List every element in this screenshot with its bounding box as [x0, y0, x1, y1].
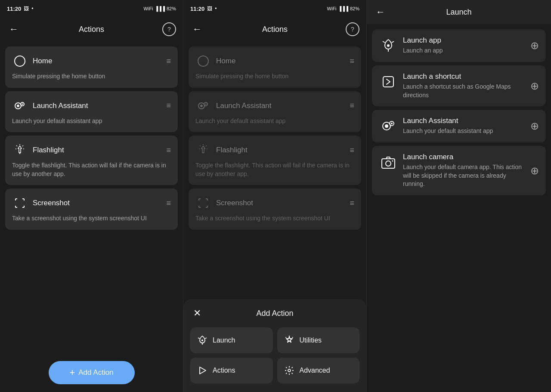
svg-point-50: [391, 123, 393, 124]
category-advanced[interactable]: Advanced: [277, 358, 360, 383]
launch-assistant-text: Launch Assistant Launch your default ass…: [403, 117, 525, 136]
status-left-1: 11:20 🖼 •: [7, 6, 33, 12]
svg-line-7: [22, 145, 23, 146]
launch-shortcut-text: Launch a shortcut Launch a shortcut such…: [403, 72, 525, 99]
launch-panel-title: Launch: [446, 8, 471, 17]
drag-assistant-1: ≡: [166, 101, 171, 110]
action-card-screenshot-2: Screenshot ≡ Take a screenshot using the…: [189, 188, 361, 230]
action-card-screenshot-1[interactable]: Screenshot ≡ Take a screenshot using the…: [5, 188, 178, 230]
launch-app-title: Launch app: [403, 36, 525, 45]
svg-point-53: [392, 161, 393, 162]
launch-item-assistant[interactable]: Launch Assistant Launch your default ass…: [372, 110, 546, 142]
flashlight-icon-1: [12, 142, 28, 158]
launch-item-shortcut[interactable]: Launch a shortcut Launch a shortcut such…: [372, 65, 546, 106]
wifi-icon-1: WiFi: [144, 6, 153, 11]
app-header-2: ← Actions ?: [183, 17, 366, 41]
drag-screenshot-1: ≡: [166, 199, 171, 208]
launch-camera-desc: Launch your default camera app. This act…: [403, 163, 525, 188]
launch-item-app[interactable]: Launch app Launch an app ⊕: [372, 29, 546, 62]
panel-3: 11:20 🖼 • WiFi ▐▐▐ 82% ← Actions ? Home …: [367, 0, 551, 392]
launch-panel-header: ← Launch: [367, 0, 551, 24]
category-utilities[interactable]: Utilities: [277, 327, 360, 353]
action-card-home-1[interactable]: Home ≡ Simulate pressing the home button: [5, 46, 178, 88]
launch-assistant-add-button[interactable]: ⊕: [530, 120, 539, 132]
category-actions[interactable]: Actions: [190, 358, 273, 383]
svg-point-48: [385, 124, 388, 128]
launch-item-camera[interactable]: Launch camera Launch your default camera…: [372, 146, 546, 195]
header-title-2: Actions: [262, 25, 288, 34]
action-title-flashlight-2: Flashlight: [216, 146, 344, 154]
panel-2: 11:20 🖼 • WiFi ▐▐▐ 82% ← Actions ? Home …: [183, 0, 367, 392]
launch-camera-add-button[interactable]: ⊕: [530, 165, 539, 177]
svg-point-0: [15, 56, 25, 66]
launch-assistant-desc: Launch your default assistant app: [403, 127, 525, 136]
launch-shortcut-desc: Launch a shortcut such as Google Maps di…: [403, 83, 525, 99]
action-title-screenshot-1: Screenshot: [33, 199, 161, 207]
help-button-2[interactable]: ?: [346, 22, 359, 36]
wifi-icon-2: WiFi: [327, 6, 337, 11]
launch-list: Launch app Launch an app ⊕ Launch a shor…: [367, 24, 551, 392]
launch-shortcut-title: Launch a shortcut: [403, 72, 525, 81]
action-card-assistant-1[interactable]: Launch Assistant ≡ Launch your default a…: [5, 91, 178, 133]
home-icon-1: [12, 53, 28, 69]
home-icon-2: [195, 53, 211, 69]
svg-point-2: [17, 105, 19, 107]
launch-camera-text: Launch camera Launch your default camera…: [403, 153, 525, 188]
action-desc-flashlight-2: Toggle the flashlight. This action will …: [195, 161, 354, 178]
category-advanced-label: Advanced: [300, 367, 330, 374]
action-desc-screenshot-1: Take a screenshot using the system scree…: [12, 214, 171, 223]
action-title-home-1: Home: [33, 57, 161, 65]
launch-back-button[interactable]: ←: [374, 6, 387, 18]
panel-1: 11:20 🖼 • WiFi ▐▐▐ 82% ← Actions ? Home: [0, 0, 183, 392]
launch-app-add-button[interactable]: ⊕: [530, 40, 539, 52]
svg-point-4: [22, 103, 23, 105]
battery-2: 82%: [350, 6, 359, 11]
category-launch[interactable]: Launch: [190, 327, 273, 353]
status-left-2: 11:20 🖼 •: [190, 6, 217, 12]
app-header-1: ← Actions ?: [0, 17, 183, 41]
svg-line-40: [285, 337, 286, 338]
screenshot-icon-2: [195, 195, 211, 211]
svg-point-24: [205, 103, 207, 105]
category-grid: Launch Utilities Actions: [190, 327, 359, 383]
drag-screenshot-2: ≡: [350, 199, 354, 208]
status-icons-2: WiFi ▐▐▐ 82%: [327, 6, 359, 11]
launch-shortcut-add-button[interactable]: ⊕: [530, 80, 539, 92]
photo-icon-1: 🖼: [24, 6, 29, 12]
action-card-home-2: Home ≡ Simulate pressing the home button: [189, 46, 361, 88]
screenshot-icon-1: [12, 195, 28, 211]
signal-icon-2: ▐▐▐: [338, 6, 348, 11]
flashlight-icon-2: [195, 142, 211, 158]
action-desc-home-1: Simulate pressing the home button: [12, 72, 171, 81]
svg-point-45: [387, 44, 390, 47]
svg-point-38: [201, 340, 203, 341]
svg-point-52: [386, 161, 391, 166]
back-button-1[interactable]: ←: [7, 24, 21, 35]
svg-rect-51: [382, 159, 395, 168]
svg-line-41: [292, 337, 293, 338]
overlay-close-button[interactable]: ✕: [190, 308, 204, 319]
launch-shortcut-icon: [379, 72, 398, 91]
category-launch-label: Launch: [213, 336, 235, 344]
header-title-1: Actions: [79, 25, 104, 34]
action-card-flashlight-1[interactable]: Flashlight ≡ Toggle the flashlight. This…: [5, 136, 178, 185]
bottom-bar-1: + Add Action: [0, 353, 183, 392]
assistant-icon-1: [12, 98, 28, 114]
action-title-assistant-1: Launch Assistant: [33, 102, 161, 110]
action-desc-assistant-2: Launch your default assistant app: [195, 117, 354, 126]
category-actions-label: Actions: [213, 367, 235, 374]
launch-app-text: Launch app Launch an app: [403, 36, 525, 55]
action-card-flashlight-2: Flashlight ≡ Toggle the flashlight. This…: [189, 136, 361, 185]
launch-app-desc: Launch an app: [403, 46, 525, 55]
status-time-2: 11:20: [190, 6, 204, 12]
svg-point-20: [198, 56, 208, 66]
status-time-1: 11:20: [7, 6, 21, 12]
add-action-sheet: ✕ Add Action Launch: [183, 299, 366, 392]
back-button-2[interactable]: ←: [190, 24, 204, 35]
action-desc-flashlight-1: Toggle the flashlight. This action will …: [12, 161, 171, 178]
svg-marker-42: [200, 367, 206, 374]
help-button-1[interactable]: ?: [162, 22, 176, 36]
add-action-button-1[interactable]: + Add Action: [49, 361, 135, 384]
status-bar-1: 11:20 🖼 • WiFi ▐▐▐ 82%: [0, 0, 183, 17]
action-title-home-2: Home: [216, 57, 344, 65]
